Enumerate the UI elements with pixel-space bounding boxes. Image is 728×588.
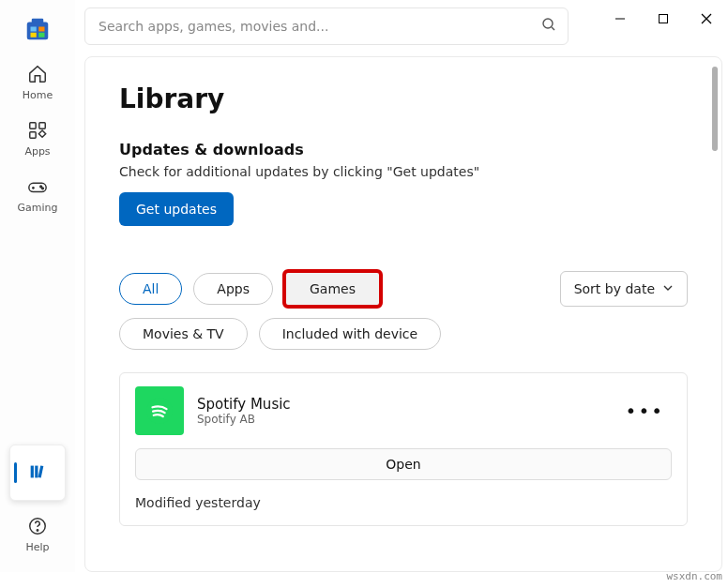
maximize-button[interactable] <box>642 0 685 38</box>
nav-gaming[interactable]: Gaming <box>9 167 66 223</box>
sidebar: Home Apps Gaming Help <box>0 0 75 572</box>
svg-rect-20 <box>31 465 34 477</box>
search-box[interactable] <box>84 8 569 45</box>
nav-apps[interactable]: Apps <box>9 111 66 167</box>
watermark: wsxdn.com <box>666 570 722 582</box>
nav-help[interactable]: Help <box>9 506 66 563</box>
sort-dropdown[interactable]: Sort by date <box>560 271 688 307</box>
svg-rect-13 <box>39 123 45 128</box>
nav-apps-label: Apps <box>24 145 50 158</box>
close-button[interactable] <box>685 0 728 38</box>
gaming-icon <box>27 176 48 200</box>
nav-home-label: Home <box>23 89 53 101</box>
svg-rect-22 <box>38 465 44 477</box>
store-logo-icon <box>23 15 52 43</box>
svg-point-19 <box>42 188 44 189</box>
svg-line-5 <box>552 27 554 30</box>
nav-home[interactable]: Home <box>9 54 66 111</box>
svg-rect-7 <box>32 19 44 23</box>
svg-rect-1 <box>660 15 668 23</box>
open-button[interactable]: Open <box>135 448 672 480</box>
nav-help-label: Help <box>25 541 49 553</box>
filter-apps[interactable]: Apps <box>193 273 273 305</box>
modified-text: Modified yesterday <box>135 495 672 510</box>
search-input[interactable] <box>97 18 541 35</box>
app-card: Spotify Music Spotify AB ••• Open Modifi… <box>119 372 688 526</box>
svg-point-18 <box>40 186 42 188</box>
svg-rect-14 <box>30 132 36 138</box>
app-name: Spotify Music <box>197 396 291 413</box>
app-publisher: Spotify AB <box>197 413 291 426</box>
scrollbar[interactable] <box>712 67 718 151</box>
page-title: Library <box>119 83 688 114</box>
chevron-down-icon <box>662 281 674 296</box>
filter-games[interactable]: Games <box>284 271 381 307</box>
svg-rect-9 <box>38 27 44 32</box>
updates-heading: Updates & downloads <box>119 141 688 158</box>
filter-movies-tv[interactable]: Movies & TV <box>119 318 248 350</box>
minimize-button[interactable] <box>599 0 642 38</box>
svg-point-4 <box>543 19 553 28</box>
library-icon <box>27 461 48 485</box>
main-content: Library Updates & downloads Check for ad… <box>84 56 722 572</box>
sort-label: Sort by date <box>574 281 655 296</box>
filter-included[interactable]: Included with device <box>259 318 441 350</box>
get-updates-button[interactable]: Get updates <box>119 192 234 226</box>
svg-point-24 <box>37 530 38 531</box>
spotify-icon <box>135 386 184 435</box>
svg-rect-12 <box>30 123 36 128</box>
filter-all[interactable]: All <box>119 273 182 305</box>
updates-subtext: Check for additional updates by clicking… <box>119 164 688 179</box>
more-options-button[interactable]: ••• <box>618 396 672 426</box>
svg-rect-6 <box>27 23 49 40</box>
apps-icon <box>27 120 48 143</box>
svg-rect-21 <box>35 465 38 477</box>
search-icon <box>541 17 556 36</box>
nav-library[interactable] <box>9 445 66 501</box>
nav-gaming-label: Gaming <box>18 202 58 214</box>
svg-rect-11 <box>38 33 44 38</box>
svg-rect-10 <box>31 33 37 38</box>
svg-rect-8 <box>31 27 37 32</box>
home-icon <box>27 64 48 87</box>
help-icon <box>27 516 48 539</box>
